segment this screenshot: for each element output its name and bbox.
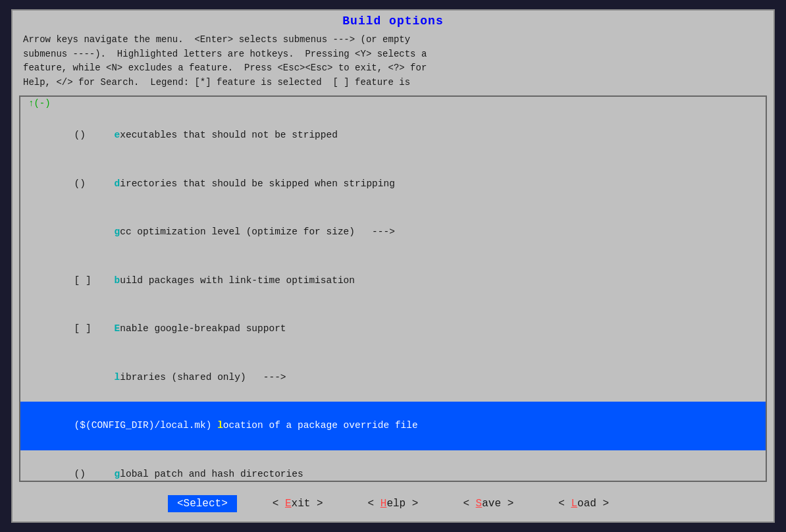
hotkey-E2: E bbox=[115, 323, 120, 334]
title-bar: Build options bbox=[13, 11, 773, 30]
menu-item-executables[interactable]: () executables that should not be stripp… bbox=[20, 111, 766, 160]
menu-item-directories[interactable]: () directories that should be skipped wh… bbox=[20, 159, 766, 208]
menu-item-config-dir[interactable]: ($(CONFIG_DIR)/local.mk) location of a p… bbox=[20, 402, 766, 450]
load-button[interactable]: < Load > bbox=[549, 495, 618, 512]
bottom-bar: <Select> < Exit > < Help > < Save > < Lo… bbox=[13, 489, 773, 521]
save-button[interactable]: < Save > bbox=[454, 495, 523, 512]
help-hotkey: H bbox=[380, 498, 387, 510]
select-button[interactable]: <Select> bbox=[168, 495, 237, 512]
load-hotkey: L bbox=[571, 498, 577, 510]
hotkey-loc: l bbox=[217, 420, 223, 431]
menu-item-gcc[interactable]: gcc optimization level (optimize for siz… bbox=[20, 208, 766, 257]
hotkey-e: e bbox=[115, 130, 120, 140]
hotkey-g2: g bbox=[115, 469, 120, 479]
help-line-3: feature, while <N> excludes a feature. P… bbox=[23, 61, 763, 76]
hotkey-l: l bbox=[115, 372, 120, 383]
menu-item-breakpad[interactable]: [ ] Enable google-breakpad support bbox=[20, 305, 766, 354]
menu-item-libraries[interactable]: libraries (shared only) ---> bbox=[20, 354, 766, 402]
menu-item-build-lto[interactable]: [ ] build packages with link-time optimi… bbox=[20, 256, 766, 305]
help-line-1: Arrow keys navigate the menu. <Enter> se… bbox=[23, 33, 763, 47]
menu-box: ↑(-) () executables that should not be s… bbox=[19, 95, 767, 482]
exit-hotkey: E bbox=[285, 498, 292, 510]
hotkey-g1: g bbox=[115, 226, 120, 237]
window-title: Build options bbox=[342, 14, 443, 28]
menu-item-global-patch[interactable]: () global patch and hash directories bbox=[20, 450, 766, 481]
hotkey-d: d bbox=[115, 178, 120, 189]
help-text: Arrow keys navigate the menu. <Enter> se… bbox=[13, 30, 773, 95]
save-hotkey: S bbox=[476, 498, 483, 510]
help-button[interactable]: < Help > bbox=[359, 495, 428, 512]
menu-items: () executables that should not be stripp… bbox=[20, 109, 766, 481]
hotkey-b1: b bbox=[115, 275, 120, 286]
help-line-2: submenus ----). Highlighted letters are … bbox=[23, 47, 763, 62]
scroll-indicator: ↑(-) bbox=[20, 97, 766, 109]
exit-button[interactable]: < Exit > bbox=[263, 495, 332, 512]
terminal-window: Build options Arrow keys navigate the me… bbox=[11, 9, 775, 523]
help-line-4: Help, </> for Search. Legend: [*] featur… bbox=[23, 76, 763, 90]
